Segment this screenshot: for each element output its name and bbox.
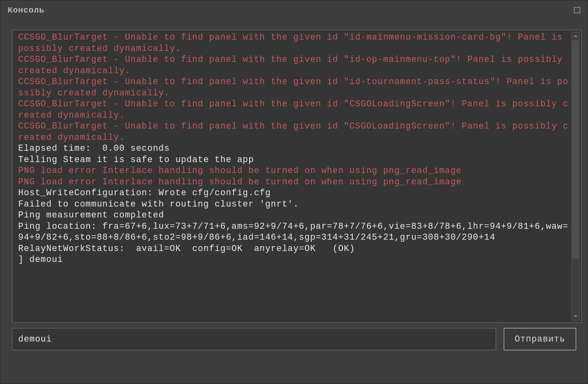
- console-line: CCSGO_BlurTarget - Unable to find panel …: [18, 32, 569, 54]
- console-line: CCSGO_BlurTarget - Unable to find panel …: [18, 121, 569, 143]
- console-line: RelayNetWorkStatus: avail=OK config=OK a…: [18, 243, 569, 255]
- console-line: CCSGO_BlurTarget - Unable to find panel …: [18, 99, 569, 121]
- console-line: CCSGO_BlurTarget - Unable to find panel …: [18, 76, 569, 99]
- console-line: Failed to communicate with routing clust…: [18, 199, 569, 210]
- console-output: CCSGO_BlurTarget - Unable to find panel …: [18, 32, 569, 321]
- scroll-down-icon[interactable]: [572, 313, 579, 320]
- titlebar[interactable]: Консоль: [0, 0, 588, 20]
- console-line: ] demoui: [18, 254, 569, 266]
- scrollbar-thumb[interactable]: [572, 40, 579, 259]
- console-line: Host_WriteConfiguration: Wrote cfg/confi…: [18, 188, 569, 199]
- console-window: Консоль CCSGO_BlurTarget - Unable to fin…: [0, 0, 588, 384]
- console-input-row: Отправить: [12, 328, 576, 350]
- console-line: PNG load error Interlace handling should…: [18, 165, 569, 177]
- console-line: Ping location: fra=67+6,lux=73+7/71+6,am…: [18, 221, 569, 243]
- scroll-up-icon[interactable]: [572, 32, 579, 40]
- console-line: Telling Steam it is safe to update the a…: [18, 154, 569, 166]
- console-line: Ping measurement completed: [18, 210, 569, 221]
- console-line: Elapsed time: 0.00 seconds: [18, 143, 569, 154]
- console-output-frame: CCSGO_BlurTarget - Unable to find panel …: [12, 30, 582, 323]
- maximize-icon[interactable]: [574, 7, 580, 13]
- console-line: PNG load error Interlace handling should…: [18, 177, 569, 188]
- console-input[interactable]: [12, 328, 496, 350]
- window-title: Консоль: [8, 6, 574, 15]
- console-scrollbar[interactable]: [571, 32, 580, 321]
- submit-button[interactable]: Отправить: [504, 328, 576, 350]
- console-line: CCSGO_BlurTarget - Unable to find panel …: [18, 54, 569, 76]
